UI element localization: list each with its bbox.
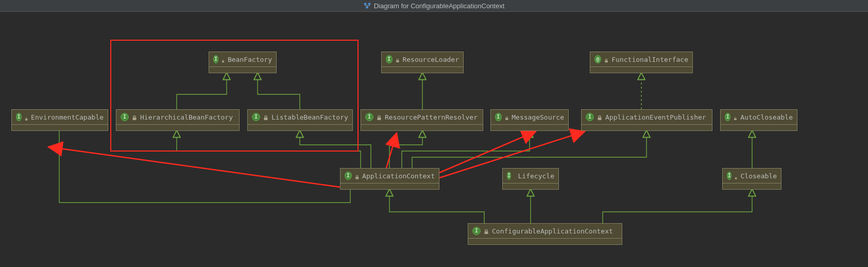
svg-rect-14	[355, 177, 359, 179]
node-resourcePatternResolver[interactable]: IResourcePatternResolver	[361, 109, 483, 131]
interface-icon: I	[727, 172, 731, 180]
node-functionalInterface[interactable]: @FunctionalInterface	[590, 52, 693, 73]
node-label: Lifecycle	[518, 172, 554, 180]
lock-icon	[604, 57, 608, 62]
edge-applicationContext-hierarchicalBeanFactory	[177, 131, 361, 168]
lock-icon	[263, 114, 268, 120]
svg-rect-15	[514, 179, 515, 179]
svg-rect-17	[485, 231, 488, 234]
lock-icon	[25, 114, 28, 120]
lock-icon	[222, 57, 225, 62]
edges-layer	[0, 12, 868, 267]
node-applicationContext[interactable]: IApplicationContext	[340, 168, 439, 190]
interface-icon: I	[345, 172, 352, 180]
svg-rect-11	[505, 118, 508, 120]
edge-hierarchicalBeanFactory-beanFactory	[177, 73, 227, 109]
interface-icon: I	[16, 113, 22, 121]
lock-icon	[514, 173, 515, 178]
node-environmentCapable[interactable]: IEnvironmentCapable	[11, 109, 108, 131]
lock-icon	[735, 173, 737, 178]
edge-applicationContext-resourcePatternResolver	[389, 131, 422, 168]
node-hierarchicalBeanFactory[interactable]: IHierarchicalBeanFactory	[116, 109, 240, 131]
node-label: ResourcePatternResolver	[385, 113, 478, 121]
node-label: AutoCloseable	[740, 113, 793, 121]
lock-icon	[597, 114, 602, 120]
edge-configurableApplicationContext-closeable	[603, 190, 752, 223]
lock-icon	[377, 114, 382, 120]
title-bar: Diagram for ConfigurableApplicationConte…	[0, 0, 868, 12]
node-label: Closeable	[741, 172, 777, 180]
interface-icon: I	[586, 113, 594, 121]
node-messageSource[interactable]: IMessageSource	[490, 109, 569, 131]
lock-icon	[132, 114, 137, 120]
node-autoCloseable[interactable]: IAutoCloseable	[720, 109, 797, 131]
edge-listableBeanFactory-beanFactory	[258, 73, 300, 109]
node-label: BeanFactory	[228, 56, 272, 63]
node-beanFactory[interactable]: IBeanFactory	[209, 52, 277, 73]
node-applicationEventPublisher[interactable]: IApplicationEventPublisher	[581, 109, 712, 131]
interface-icon: I	[472, 227, 481, 235]
svg-rect-12	[598, 118, 602, 120]
edge-applicationContext-environmentCapable	[48, 147, 340, 187]
edge-applicationContext-listableBeanFactory	[300, 131, 371, 168]
svg-rect-10	[378, 118, 381, 120]
node-label: EnvironmentCapable	[31, 113, 104, 121]
node-resourceLoader[interactable]: IResourceLoader	[381, 52, 464, 73]
interface-icon: I	[386, 55, 393, 63]
interface-icon: I	[121, 113, 129, 121]
svg-rect-16	[735, 178, 737, 179]
node-label: FunctionalInterface	[611, 56, 688, 63]
node-label: ConfigurableApplicationContext	[492, 227, 613, 235]
interface-icon: I	[495, 113, 502, 121]
lock-icon	[734, 114, 737, 120]
svg-rect-8	[133, 118, 137, 120]
svg-rect-5	[396, 60, 399, 62]
node-lifecycle[interactable]: ILifecycle	[502, 168, 559, 190]
edge-applicationContext-environmentCapable	[59, 131, 350, 203]
diagram-canvas[interactable]: IBeanFactoryIResourceLoader@FunctionalIn…	[0, 12, 868, 267]
interface-icon: I	[507, 172, 511, 180]
svg-rect-4	[222, 61, 224, 63]
lock-icon	[396, 57, 400, 62]
node-label: ResourceLoader	[402, 56, 459, 63]
svg-rect-7	[25, 119, 27, 120]
title-text: Diagram for ConfigurableApplicationConte…	[374, 2, 505, 10]
edge-applicationContext-resourcePatternResolver	[386, 133, 397, 168]
edge-applicationContext-applicationEventPublisher	[412, 131, 646, 168]
node-label: ApplicationContext	[362, 172, 435, 180]
interface-icon: I	[725, 113, 730, 121]
edge-applicationContext-messageSource	[439, 131, 536, 173]
node-configurableApplicationContext[interactable]: IConfigurableApplicationContext	[468, 223, 622, 245]
node-label: HierarchicalBeanFactory	[140, 113, 233, 121]
interface-icon: I	[252, 113, 260, 121]
lock-icon	[355, 173, 359, 178]
lock-icon	[505, 114, 509, 120]
svg-rect-9	[264, 118, 268, 120]
svg-rect-0	[364, 3, 366, 5]
interface-icon: @	[594, 55, 601, 63]
edge-configurableApplicationContext-applicationContext	[389, 190, 484, 223]
diagram-icon	[364, 2, 371, 9]
svg-rect-1	[368, 3, 370, 5]
svg-rect-13	[734, 119, 737, 120]
svg-rect-6	[605, 60, 608, 62]
interface-icon: I	[213, 55, 218, 63]
node-listableBeanFactory[interactable]: IListableBeanFactory	[247, 109, 353, 131]
node-closeable[interactable]: ICloseable	[722, 168, 781, 190]
lock-icon	[484, 228, 489, 233]
node-label: ApplicationEventPublisher	[605, 113, 706, 121]
node-label: MessageSource	[512, 113, 564, 121]
svg-rect-2	[366, 7, 368, 9]
interface-icon: I	[365, 113, 373, 121]
node-label: ListableBeanFactory	[271, 113, 348, 121]
edge-applicationContext-messageSource	[402, 131, 530, 168]
